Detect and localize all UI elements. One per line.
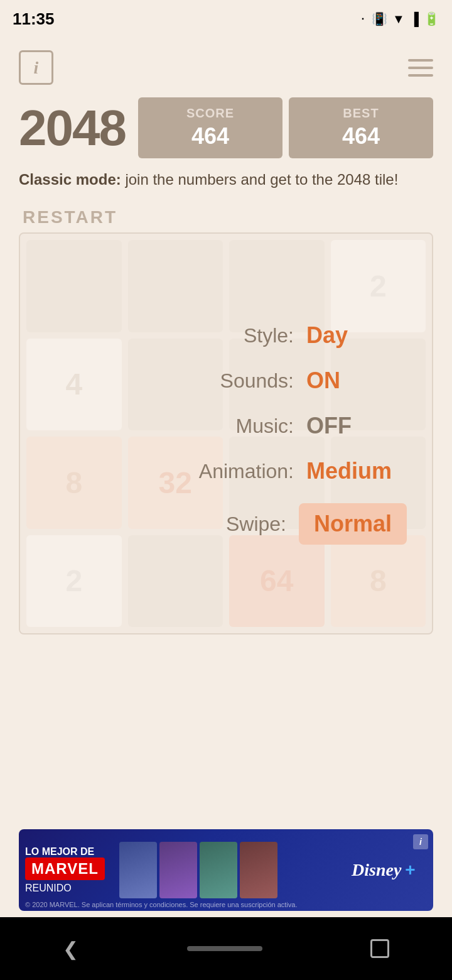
- score-value: 464: [144, 123, 276, 150]
- status-bar: 11:35 ⬝ 📳 ▼ ▐ 🔋: [0, 0, 452, 38]
- setting-style-value: Day: [306, 322, 407, 349]
- setting-music[interactable]: Music: OFF: [45, 413, 407, 439]
- ad-marvel: MARVEL: [25, 858, 105, 880]
- setting-music-value: OFF: [306, 413, 407, 439]
- score-label: SCORE: [144, 106, 276, 121]
- title-score-area: 2048 SCORE 464 BEST 464: [0, 91, 452, 165]
- signal-icon: ▐: [410, 12, 419, 26]
- setting-style-label: Style:: [131, 324, 294, 347]
- info-icon-label: i: [34, 58, 39, 78]
- disney-plus-badge: +: [405, 860, 415, 880]
- ad-lo-mejor: LO MEJOR DE: [25, 846, 94, 858]
- setting-sounds-value: ON: [306, 368, 407, 394]
- ad-disclaimer: © 2020 MARVEL. Se aplican términos y con…: [25, 901, 297, 908]
- bluetooth-icon: ⬝: [359, 12, 367, 26]
- wifi-icon: ▼: [392, 12, 405, 26]
- score-box: SCORE 464: [138, 97, 282, 158]
- setting-animation-label: Animation:: [131, 460, 294, 483]
- status-time: 11:35: [13, 9, 55, 29]
- best-value: 464: [295, 123, 427, 150]
- ad-reunido: REUNIDO: [25, 883, 72, 894]
- poster-3: [200, 842, 237, 898]
- best-label: BEST: [295, 106, 427, 121]
- restart-label[interactable]: RESTART: [0, 201, 452, 232]
- setting-swipe[interactable]: Swipe: Normal: [45, 503, 407, 545]
- menu-button[interactable]: [408, 59, 433, 77]
- board-container: 2 4 8 32 2 64 8 Style: Day Sounds: ON Mu…: [19, 232, 433, 634]
- disney-plus: Disney +: [352, 860, 427, 880]
- poster-2: [159, 842, 197, 898]
- setting-style[interactable]: Style: Day: [45, 322, 407, 349]
- setting-animation[interactable]: Animation: Medium: [45, 458, 407, 484]
- nav-recent-button[interactable]: [370, 939, 389, 958]
- menu-line-3: [408, 74, 433, 77]
- subtitle-desc: join the numbers and get to the 2048 til…: [125, 171, 398, 188]
- info-button[interactable]: i: [19, 50, 53, 85]
- disney-text: Disney: [352, 860, 401, 880]
- nav-back-button[interactable]: ❮: [63, 938, 78, 960]
- setting-music-label: Music:: [131, 415, 294, 438]
- setting-sounds-label: Sounds:: [131, 369, 294, 393]
- nav-home-indicator[interactable]: [187, 946, 262, 951]
- ad-banner[interactable]: LO MEJOR DE MARVEL REUNIDO Disney + i © …: [19, 829, 433, 911]
- poster-4: [240, 842, 277, 898]
- movie-posters: [119, 842, 345, 898]
- score-boxes: SCORE 464 BEST 464: [138, 97, 433, 158]
- marvel-section: LO MEJOR DE MARVEL REUNIDO: [25, 846, 113, 894]
- best-box: BEST 464: [289, 97, 433, 158]
- setting-sounds[interactable]: Sounds: ON: [45, 368, 407, 394]
- subtitle: Classic mode: join the numbers and get t…: [0, 165, 452, 201]
- status-icons: ⬝ 📳 ▼ ▐ 🔋: [359, 11, 439, 26]
- game-title: 2048: [19, 99, 126, 157]
- setting-swipe-value: Normal: [299, 503, 407, 545]
- vibrate-icon: 📳: [372, 11, 387, 26]
- setting-animation-value: Medium: [306, 458, 407, 484]
- setting-swipe-label: Swipe:: [123, 513, 286, 536]
- poster-1: [119, 842, 157, 898]
- menu-line-1: [408, 59, 433, 62]
- subtitle-mode: Classic mode:: [19, 171, 121, 188]
- battery-icon: 🔋: [424, 11, 439, 26]
- ad-content: LO MEJOR DE MARVEL REUNIDO Disney +: [25, 842, 427, 898]
- menu-line-2: [408, 67, 433, 69]
- nav-bar: ❮: [0, 917, 452, 980]
- settings-overlay: Style: Day Sounds: ON Music: OFF Animati…: [20, 234, 432, 633]
- ad-info-icon: i: [413, 834, 428, 849]
- app-header: i: [0, 38, 452, 91]
